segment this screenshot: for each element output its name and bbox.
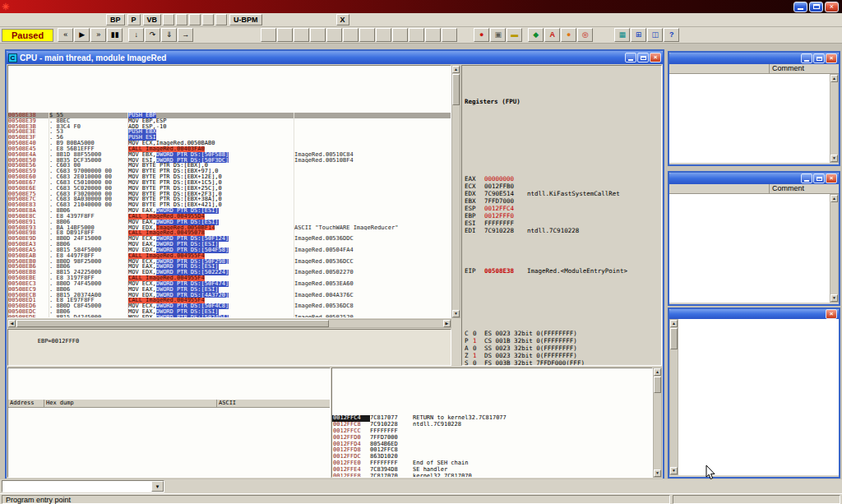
eip-register-row[interactable]: EIP 00508E38 ImageRed.<ModuleEntryPoint> bbox=[465, 267, 661, 275]
scroll-up-icon[interactable]: ▲ bbox=[452, 66, 460, 73]
trace-mark-icon[interactable]: ▣ bbox=[490, 28, 506, 42]
disassembly-row[interactable]: 00508E8C . E8 4397F8FF CALL ImageRed.004… bbox=[8, 214, 451, 220]
window-shortcut-button[interactable] bbox=[442, 28, 457, 42]
menu-plugin-icon[interactable] bbox=[176, 14, 187, 25]
disassembly-row[interactable]: 00508E7C . C683 8A030000 00 MOV BYTE PTR… bbox=[8, 197, 451, 202]
window-shortcut-button[interactable] bbox=[409, 28, 424, 42]
step-into-icon[interactable]: ↓ bbox=[128, 28, 144, 42]
cpu-close-button[interactable]: × bbox=[650, 53, 661, 62]
highlight-icon[interactable]: ● bbox=[561, 28, 576, 42]
disassembly-row[interactable]: 00508E39 . 8BEC MOV EBP,ESP bbox=[8, 118, 451, 124]
patch-icon[interactable]: ▬ bbox=[507, 28, 522, 42]
disassembly-row[interactable]: 00508E9D . 8B0D 24F15000 MOV ECX,DWORD P… bbox=[8, 236, 451, 242]
minimize-button[interactable] bbox=[801, 53, 812, 63]
disassembly-row[interactable]: 00508EB8 . 8B15 24225000 MOV EDX,DWORD P… bbox=[8, 270, 451, 275]
menu-plugin-icon[interactable] bbox=[189, 14, 201, 25]
scroll-up-icon[interactable]: ▲ bbox=[830, 195, 838, 202]
disassembly-row[interactable]: 00508E8A . 8B06 MOV EAX,DWORD PTR DS:[ES… bbox=[8, 208, 451, 214]
vscrollbar[interactable]: ▲ ▼ bbox=[830, 74, 839, 163]
disassembly-row[interactable]: 00508EB0 . 8B0D 98F25000 MOV ECX,DWORD P… bbox=[8, 259, 451, 265]
window-shortcut-button[interactable] bbox=[326, 28, 342, 42]
menu-item[interactable] bbox=[0, 19, 12, 21]
stack-vscrollbar[interactable]: ▲ ▼ bbox=[653, 368, 662, 478]
memory-map-icon[interactable]: ▦ bbox=[614, 28, 630, 42]
flag-row[interactable]: A 0 SS 0023 32bit 0(FFFFFFFF) bbox=[465, 344, 661, 352]
cpu-minimize-button[interactable] bbox=[625, 53, 636, 62]
disassembly-row[interactable]: 00508EA5 . 8B15 584F5000 MOV EDX,DWORD P… bbox=[8, 247, 451, 253]
cpu-restore-button[interactable] bbox=[637, 53, 649, 62]
window-shortcut-button[interactable] bbox=[376, 28, 391, 42]
disassembly-row[interactable]: 00508E3F . 56 PUSH ESI bbox=[8, 135, 451, 141]
window-shortcut-button[interactable] bbox=[261, 28, 276, 42]
minimize-button[interactable] bbox=[801, 173, 812, 183]
close-button[interactable]: × bbox=[825, 2, 839, 12]
cascade-windows-icon[interactable]: ◫ bbox=[647, 28, 663, 42]
maximize-button[interactable] bbox=[809, 2, 823, 12]
scroll-down-icon[interactable]: ▼ bbox=[452, 310, 460, 317]
window-shortcut-button[interactable] bbox=[343, 28, 359, 42]
disassembly-row[interactable]: 00508E59 . C683 97000000 00 MOV BYTE PTR… bbox=[8, 169, 451, 174]
plugin-p-button[interactable]: P bbox=[127, 14, 141, 25]
window-shortcut-button[interactable] bbox=[359, 28, 375, 42]
menu-item[interactable] bbox=[35, 19, 46, 21]
register-row[interactable]: EDI 7C910228 ntdll.7C910228 bbox=[465, 227, 661, 234]
plugin-bp-button[interactable]: BP bbox=[106, 14, 125, 25]
close-button[interactable]: × bbox=[826, 53, 837, 63]
vscrollbar[interactable]: ▲ ▼ bbox=[669, 319, 678, 475]
restart-icon[interactable]: « bbox=[58, 28, 73, 42]
flag-row[interactable]: C 0 ES 0023 32bit 0(FFFFFFFF) bbox=[465, 330, 661, 337]
scroll-thumb[interactable] bbox=[670, 328, 678, 349]
plugin-vb-button[interactable]: VB bbox=[143, 14, 162, 25]
scroll-right-icon[interactable]: ▶ bbox=[443, 320, 451, 327]
flag-row[interactable]: S 0 FS 003B 32bit 7FFDF000(FFF) bbox=[465, 359, 661, 366]
disassembly-row[interactable]: 00508E60 . C683 2E010000 00 MOV BYTE PTR… bbox=[8, 174, 451, 180]
scroll-thumb[interactable] bbox=[16, 320, 329, 327]
disassembly-row[interactable]: 00508E4A . 8B1D 88F55000 MOV EBX,DWORD P… bbox=[8, 152, 451, 158]
scroll-down-icon[interactable]: ▼ bbox=[830, 294, 838, 302]
disassembly-row[interactable]: 00508E83 . C683 21040000 00 MOV BYTE PTR… bbox=[8, 202, 451, 208]
scroll-down-icon[interactable]: ▼ bbox=[830, 155, 838, 162]
menu-item[interactable] bbox=[46, 19, 58, 21]
disassembly-row[interactable]: 00508EC3 . 8B0D 74F45000 MOV ECX,DWORD P… bbox=[8, 281, 451, 287]
register-row[interactable]: EBP 0012FFF0 bbox=[465, 212, 661, 220]
comment-window-2-titlebar[interactable]: × bbox=[669, 173, 839, 184]
menu-item[interactable] bbox=[69, 19, 81, 21]
go-to-icon[interactable]: → bbox=[178, 28, 193, 42]
disassembly-row[interactable]: 00508E40 . B9 B0BA5000 MOV ECX,ImageRed.… bbox=[8, 141, 451, 146]
disassembly-row[interactable]: 00508E67 . C683 C5010000 00 MOV BYTE PTR… bbox=[8, 180, 451, 186]
disassembly-row[interactable]: 00508EC9 . 8B06 MOV EAX,DWORD PTR DS:[ES… bbox=[8, 287, 451, 293]
vscrollbar[interactable]: ▲ ▼ bbox=[830, 194, 839, 303]
disassembly-row[interactable]: 00508E50 . 8B35 DCF35000 MOV ESI,DWORD P… bbox=[8, 158, 451, 164]
pause-icon[interactable]: ▮▮ bbox=[107, 28, 123, 42]
disassembly-row[interactable]: 00508E45 . E8 56B1EFFF CALL ImageRed.004… bbox=[8, 146, 451, 152]
disassembly-row[interactable]: 00508E38 $ 55 PUSH EBP bbox=[8, 113, 451, 118]
scroll-up-icon[interactable]: ▲ bbox=[654, 368, 661, 376]
step-over-icon[interactable]: ↷ bbox=[145, 28, 160, 42]
disassembly-row[interactable]: 00508EAB . E8 4497F8FF CALL ImageRed.004… bbox=[8, 253, 451, 259]
animate-icon[interactable]: » bbox=[90, 28, 106, 42]
disassembly-hscrollbar[interactable]: ◀ ▶ bbox=[7, 319, 451, 328]
restore-button[interactable] bbox=[813, 53, 825, 63]
side-window-3-titlebar[interactable]: × bbox=[669, 309, 839, 319]
window-shortcut-button[interactable] bbox=[310, 28, 326, 42]
menu-plugin-icon[interactable] bbox=[202, 14, 214, 25]
disassembly-row[interactable]: 00508EDE . 8B15 D4245000 MOV EDX,DWORD P… bbox=[8, 315, 451, 318]
plugin-close-button[interactable]: X bbox=[336, 14, 349, 25]
disassembly-row[interactable]: 00508E56 . C603 00 MOV BYTE PTR DS:[EBX]… bbox=[8, 163, 451, 169]
trace-into-icon[interactable]: ⇓ bbox=[161, 28, 177, 42]
scroll-thumb[interactable] bbox=[654, 377, 661, 393]
menu-plugin-icon[interactable] bbox=[163, 14, 174, 25]
scroll-thumb[interactable] bbox=[452, 74, 460, 105]
disassembly-row[interactable]: 00508E93 . BA 14BF5000 MOV EDX,ImageRed.… bbox=[8, 225, 451, 231]
chevron-down-icon[interactable]: ▼ bbox=[151, 481, 164, 492]
disassembly-row[interactable]: 00508EDC . 8B06 MOV EAX,DWORD PTR DS:[ES… bbox=[8, 309, 451, 315]
flag-row[interactable]: Z 1 DS 0023 32bit 0(FFFFFFFF) bbox=[465, 352, 661, 359]
disassembly-row[interactable]: 00508E91 . 8B06 MOV EAX,DWORD PTR DS:[ES… bbox=[8, 220, 451, 225]
window-shortcut-button[interactable] bbox=[277, 28, 293, 42]
target-icon[interactable]: ◎ bbox=[577, 28, 593, 42]
comment-window-1-titlebar[interactable]: × bbox=[669, 53, 839, 64]
column-1-header[interactable] bbox=[669, 184, 770, 193]
stack-row[interactable]: 0012FFE8 7C817070 kernel32.7C817070 bbox=[332, 474, 652, 478]
menu-item[interactable] bbox=[58, 19, 69, 21]
disassembly-row[interactable]: 00508EBE . E8 3197F8FF CALL ImageRed.004… bbox=[8, 275, 451, 281]
